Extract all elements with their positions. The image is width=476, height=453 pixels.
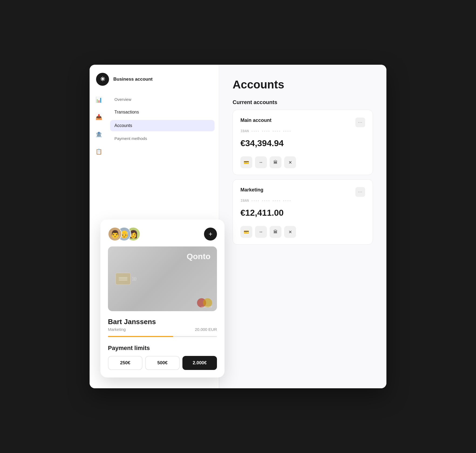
sidebar-header: ✳ Business account [90, 73, 219, 94]
inbox-icon: 📥 [96, 114, 102, 120]
nav-group-transactions: Transactions [108, 107, 217, 118]
limit-option-2000[interactable]: 2.000€ [182, 356, 217, 370]
add-avatar-button[interactable]: + [204, 228, 217, 241]
sidebar-business-label: Business account [113, 77, 153, 82]
limit-option-250[interactable]: 250€ [108, 356, 142, 370]
nav-icon-cards[interactable]: 📋 [93, 146, 105, 157]
logo: ✳ [96, 73, 109, 86]
mastercard-text: mastercard [201, 306, 212, 308]
bank-card: Qonto ))) mastercard [108, 246, 217, 311]
avatar-1: 👨 [108, 227, 122, 241]
chip-lines [119, 277, 127, 280]
limit-option-500-label: 500€ [157, 360, 168, 365]
action-card-btn-2[interactable]: 💳 [240, 226, 252, 238]
action-transfer-btn[interactable]: ↔ [255, 156, 267, 168]
accounts-label: Accounts [114, 123, 132, 128]
cards-icon: 📋 [96, 148, 102, 155]
qonto-brand-text: Qonto [187, 252, 210, 261]
account-more-btn-main[interactable]: ··· [355, 118, 365, 127]
account-balance-marketing: €12,411.00 [240, 208, 365, 218]
cardholder-team: Marketing [108, 327, 126, 332]
limit-bar-fill [108, 336, 173, 337]
page-title: Accounts [233, 78, 373, 91]
nav-item-accounts[interactable]: Accounts [110, 120, 215, 131]
account-card-header-2: Marketing ··· [240, 187, 365, 197]
avatars-row: 👨 👴 👩 + [108, 227, 217, 241]
account-card-main: Main account ··· IBAN ---- ---- ---- ---… [233, 110, 373, 175]
action-card-btn[interactable]: 💳 [240, 156, 252, 168]
action-close-btn-2[interactable]: ✕ [284, 226, 296, 238]
analytics-icon: 📊 [96, 97, 102, 103]
nav-group-payment: Payment methods [108, 133, 217, 143]
limit-option-500[interactable]: 500€ [145, 356, 180, 370]
payment-limits-title: Payment limits [108, 345, 217, 352]
account-card-header: Main account ··· [240, 118, 365, 127]
section-title: Current accounts [233, 99, 373, 105]
card-overlay: 👨 👴 👩 + Qonto [100, 219, 225, 378]
overview-label: Overview [114, 97, 131, 102]
nfc-icon: ))) [132, 276, 137, 281]
account-iban-marketing: IBAN ---- ---- ---- ---- [240, 198, 365, 203]
action-receive-btn[interactable]: 🏛 [270, 156, 281, 168]
mastercard-logo: mastercard [197, 298, 212, 307]
action-close-btn[interactable]: ✕ [284, 156, 296, 168]
account-card-marketing: Marketing ··· IBAN ---- ---- ---- ---- €… [233, 179, 373, 245]
limit-options: 250€ 500€ 2.000€ [108, 356, 217, 370]
logo-icon: ✳ [100, 76, 105, 83]
nav-item-payment-methods[interactable]: Payment methods [110, 133, 215, 143]
account-iban-main: IBAN ---- ---- ---- ---- [240, 129, 365, 133]
account-actions-marketing: 💳 ↔ 🏛 ✕ [240, 226, 365, 238]
chip-line [119, 280, 127, 280]
cardholder-info: Marketing 20.000 EUR [108, 327, 217, 332]
nav-group-overview: Overview [108, 94, 217, 104]
cardholder-name: Bart Janssens [108, 318, 217, 326]
limit-option-2000-label: 2.000€ [193, 360, 207, 365]
nav-icon-analytics[interactable]: 📊 [93, 94, 105, 106]
bank-icon: 🏦 [96, 131, 102, 138]
nav-item-transactions[interactable]: Transactions [110, 107, 215, 118]
account-balance-main: €34,394.94 [240, 138, 365, 148]
nav-icon-inbox[interactable]: 📥 [93, 111, 105, 123]
nav-icon-accounts[interactable]: 🏦 [93, 128, 105, 140]
account-name-main: Main account [240, 118, 271, 123]
action-transfer-btn-2[interactable]: ↔ [255, 226, 267, 238]
card-chip [115, 273, 131, 285]
main-content: Accounts Current accounts Main account ·… [219, 65, 386, 388]
transactions-label: Transactions [114, 110, 139, 114]
nav-item-overview[interactable]: Overview [110, 94, 215, 104]
limit-option-250-label: 250€ [120, 360, 130, 365]
plus-icon: + [209, 230, 212, 238]
chip-line [119, 277, 127, 278]
account-more-btn-marketing[interactable]: ··· [355, 187, 365, 197]
chip-line [119, 279, 127, 279]
limit-bar-container [108, 336, 217, 337]
card-brand-top: Qonto [187, 252, 210, 261]
nav-group-accounts: Accounts [108, 120, 217, 131]
account-actions-main: 💳 ↔ 🏛 ✕ [240, 156, 365, 168]
payment-methods-label: Payment methods [114, 136, 147, 141]
account-name-marketing: Marketing [240, 187, 263, 193]
action-receive-btn-2[interactable]: 🏛 [270, 226, 281, 238]
cardholder-limit: 20.000 EUR [195, 327, 217, 332]
